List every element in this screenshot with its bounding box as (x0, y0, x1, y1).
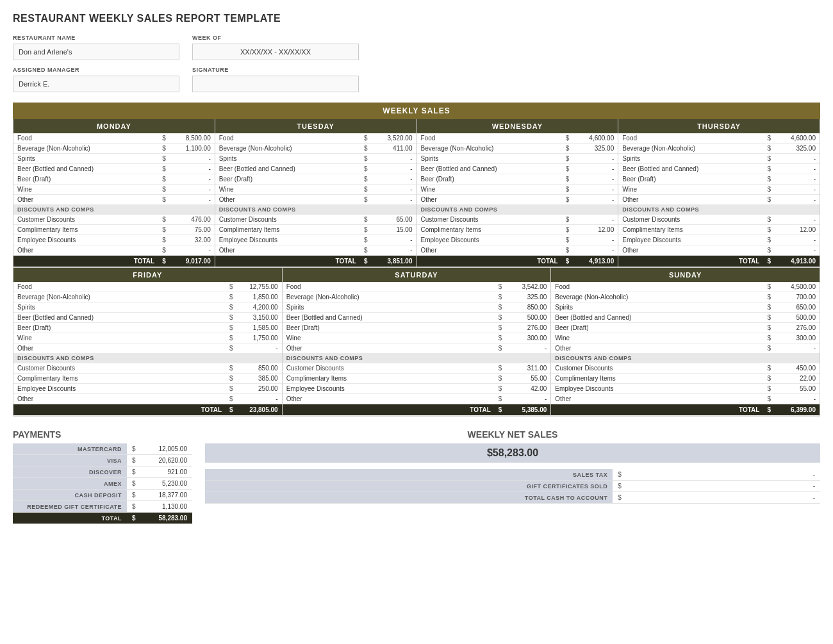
row-employee_discounts: Employee Discounts $ 32.00 (13, 235, 215, 245)
cell-value-wine: 300.00 (775, 333, 820, 343)
total-label: TOTAL (283, 404, 495, 416)
cell-value-other: - (506, 343, 550, 354)
weekly-sales-header: WEEKLY SALES (13, 103, 820, 119)
cell-value-spirits: 850.00 (506, 302, 550, 313)
cell-dollar-beer_draft: $ (763, 174, 775, 185)
row-wine: Wine $ - (417, 185, 618, 195)
row-beer_bc: Beer (Bottled and Canned) $ - (215, 164, 416, 174)
row-other: Other $ - (551, 343, 820, 354)
cell-value-food: 8,500.00 (170, 133, 215, 144)
cell-value-customer_discounts: 450.00 (775, 363, 820, 374)
row-beer_bc: Beer (Bottled and Canned) $ 500.00 (283, 313, 551, 323)
row-beverage_na: Beverage (Non-Alcoholic) $ 700.00 (551, 292, 820, 302)
cell-dollar-complimentary: $ (360, 225, 372, 235)
cell-value-wine: - (775, 185, 820, 195)
cell-value-wine: 300.00 (506, 333, 550, 343)
cell-label-employee_discounts: Employee Discounts (283, 384, 495, 394)
cell-dollar-employee_discounts: $ (226, 384, 237, 394)
cell-value-disc_other: - (775, 245, 820, 256)
cell-value-beer_bc: - (372, 164, 416, 174)
cell-value-beer_bc: - (573, 164, 618, 174)
row-employee_discounts: Employee Discounts $ - (417, 235, 618, 245)
cell-label-wine: Wine (283, 333, 495, 343)
cell-dollar-disc_other: $ (562, 245, 573, 256)
row-beer_bc: Beer (Bottled and Canned) $ - (13, 164, 215, 174)
cell-value-beer_draft: - (775, 174, 820, 185)
manager-group: ASSIGNED MANAGER (13, 67, 179, 92)
discounts-header-cell: DISCOUNTS AND COMPS (215, 205, 416, 215)
total-label: TOTAL (13, 256, 158, 267)
row-other: Other $ - (618, 195, 820, 205)
day-header-friday: FRIDAY (13, 268, 282, 282)
payment-dollar: $ (127, 466, 142, 478)
cell-dollar-complimentary: $ (226, 374, 237, 384)
restaurant-name-input[interactable] (13, 44, 179, 60)
cell-label-complimentary: Complimentary Items (551, 374, 763, 384)
total-value: 5,385.00 (506, 404, 550, 416)
manager-label: ASSIGNED MANAGER (13, 67, 179, 73)
cell-label-beverage_na: Beverage (Non-Alcoholic) (13, 292, 226, 302)
br-dollar: $ (613, 492, 661, 504)
cell-label-beverage_na: Beverage (Non-Alcoholic) (417, 144, 562, 154)
week-of-input[interactable] (192, 44, 359, 60)
row-food: Food $ 4,600.00 (417, 133, 618, 144)
payment-row: MASTERCARD $ 12,005.00 (13, 443, 192, 455)
cell-value-other: - (170, 195, 215, 205)
payment-label: MASTERCARD (13, 443, 127, 455)
row-food: Food $ 3,520.00 (215, 133, 416, 144)
row-other: Other $ - (215, 195, 416, 205)
bottom-right-row: GIFT CERTIFICATES SOLD $ - (205, 481, 820, 492)
row-other: Other $ - (13, 343, 282, 354)
cell-label-beer_bc: Beer (Bottled and Canned) (13, 313, 226, 323)
cell-dollar-complimentary: $ (763, 225, 775, 235)
cell-label-customer_discounts: Customer Discounts (215, 215, 360, 225)
cell-dollar-spirits: $ (763, 302, 775, 313)
restaurant-name-label: RESTAURANT NAME (13, 35, 179, 41)
cell-value-food: 4,600.00 (573, 133, 618, 144)
row-beverage_na: Beverage (Non-Alcoholic) $ 1,850.00 (13, 292, 282, 302)
cell-label-wine: Wine (618, 185, 763, 195)
cell-value-other: - (372, 195, 416, 205)
cell-label-disc_other: Other (13, 394, 226, 404)
restaurant-name-group: RESTAURANT NAME (13, 35, 179, 60)
cell-value-food: 4,600.00 (775, 133, 820, 144)
day-header-saturday: SATURDAY (283, 268, 551, 282)
payment-label: DISCOVER (13, 466, 127, 478)
cell-value-employee_discounts: 42.00 (506, 384, 550, 394)
cell-label-customer_discounts: Customer Discounts (551, 363, 763, 374)
cell-value-food: 3,520.00 (372, 133, 416, 144)
cell-value-disc_other: - (170, 245, 215, 256)
cell-label-beer_draft: Beer (Draft) (618, 174, 763, 185)
discounts-header-cell: DISCOUNTS AND COMPS (283, 354, 551, 363)
total-row: TOTAL $ 3,851.00 (215, 256, 416, 267)
row-customer_discounts: Customer Discounts $ - (417, 215, 618, 225)
discounts-header-row: DISCOUNTS AND COMPS (215, 205, 416, 215)
day-block-saturday: SATURDAY Food $ 3,542.00 Beverage (Non-A… (283, 268, 552, 417)
row-complimentary: Complimentary Items $ 385.00 (13, 374, 282, 384)
br-value: - (662, 492, 820, 504)
row-food: Food $ 8,500.00 (13, 133, 215, 144)
cell-dollar-disc_other: $ (495, 394, 506, 404)
payment-label: CASH DEPOSIT (13, 490, 127, 501)
week-of-group: WEEK OF (192, 35, 359, 60)
cell-value-complimentary: 385.00 (237, 374, 282, 384)
total-value: 6,399.00 (775, 404, 820, 416)
cell-dollar-complimentary: $ (562, 225, 573, 235)
cell-dollar-spirits: $ (360, 154, 372, 164)
payment-label: AMEX (13, 478, 127, 490)
bottom-right-row: SALES TAX $ - (205, 469, 820, 481)
cell-dollar-beer_draft: $ (158, 174, 170, 185)
cell-value-spirits: - (372, 154, 416, 164)
row-complimentary: Complimentary Items $ 15.00 (215, 225, 416, 235)
row-other: Other $ - (283, 343, 551, 354)
cell-dollar-beer_draft: $ (763, 323, 775, 333)
day-header-wednesday: WEDNESDAY (417, 119, 618, 133)
manager-input[interactable] (13, 76, 179, 92)
row-other: Other $ - (417, 195, 618, 205)
total-value: 23,805.00 (237, 404, 282, 416)
row-complimentary: Complimentary Items $ 75.00 (13, 225, 215, 235)
cell-value-food: 3,542.00 (506, 282, 550, 292)
row-beverage_na: Beverage (Non-Alcoholic) $ 411.00 (215, 144, 416, 154)
signature-input[interactable] (192, 76, 359, 92)
cell-label-complimentary: Complimentary Items (417, 225, 562, 235)
